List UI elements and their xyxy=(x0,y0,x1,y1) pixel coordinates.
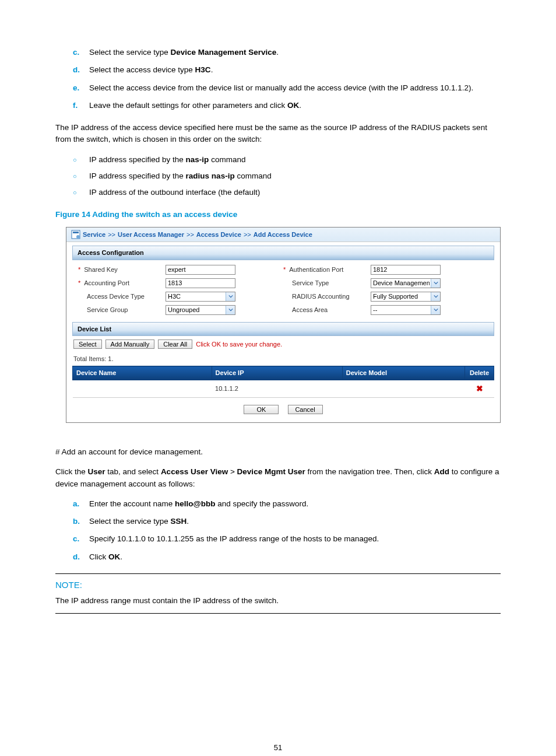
list-item: f. Leave the default settings for other … xyxy=(55,100,501,111)
chevron-down-icon[interactable] xyxy=(431,292,440,301)
list-text: Select the service type Device Managemen… xyxy=(89,47,501,58)
label-access-device-type: Access Device Type xyxy=(78,292,166,302)
cancel-button[interactable]: Cancel xyxy=(288,405,323,414)
access-config-section: Access Configuration Shared Key Accounti… xyxy=(72,246,494,321)
device-list-section: Device List Select Add Manually Clear Al… xyxy=(72,322,494,398)
breadcrumb-link[interactable]: Service xyxy=(83,230,105,240)
dialog-footer: OK Cancel xyxy=(66,398,500,423)
device-table: Device Name Device IP Device Model Delet… xyxy=(72,366,494,398)
unordered-list: ○ IP address specified by the nas-ip com… xyxy=(55,154,501,199)
embedded-screenshot: Service >> User Access Manager >> Access… xyxy=(66,227,501,424)
label-radius-accounting: RADIUS Accounting xyxy=(283,292,371,302)
radius-accounting-select[interactable] xyxy=(371,292,441,302)
list-text: IP address specified by the nas-ip comma… xyxy=(89,154,501,166)
add-manually-button[interactable]: Add Manually xyxy=(105,340,155,349)
figure-caption: Figure 14 Adding the switch as an access… xyxy=(55,209,501,220)
list-text: Leave the default settings for other par… xyxy=(89,100,501,111)
breadcrumb-sep: >> xyxy=(108,230,115,240)
page-icon xyxy=(71,230,80,239)
config-grid: Shared Key Accounting Port Access Device… xyxy=(72,260,494,321)
list-marker: b. xyxy=(73,516,89,527)
label-access-area: Access Area xyxy=(283,305,371,315)
page-number: 51 xyxy=(55,742,501,754)
clear-all-button[interactable]: Clear All xyxy=(158,340,192,349)
list-marker: d. xyxy=(73,551,89,563)
list-item: c. Specify 10.1.1.0 to 10.1.1.255 as the… xyxy=(55,533,501,545)
note-body: The IP address range must contain the IP… xyxy=(55,595,501,607)
breadcrumb: Service >> User Access Manager >> Access… xyxy=(66,228,500,243)
ordered-list-1: c. Select the service type Device Manage… xyxy=(55,47,501,111)
th-device-ip: Device IP xyxy=(212,366,342,380)
list-item: b. Select the service type SSH. xyxy=(55,516,501,527)
select-button[interactable]: Select xyxy=(73,340,102,349)
list-marker: c. xyxy=(73,47,89,58)
access-area-select[interactable] xyxy=(371,305,441,315)
list-text: IP address of the outbound interface (th… xyxy=(89,187,501,198)
chevron-down-icon[interactable] xyxy=(431,306,440,314)
breadcrumb-link[interactable]: User Access Manager xyxy=(118,230,184,240)
breadcrumb-link[interactable]: Access Device xyxy=(196,230,241,240)
ordered-list-2: a. Enter the account name hello@bbb and … xyxy=(55,498,501,563)
label-auth-port: Authentication Port xyxy=(283,265,371,275)
access-device-type-select[interactable] xyxy=(166,292,235,302)
hint-text: Click OK to save your change. xyxy=(196,340,282,349)
list-item: ○ IP address specified by the radius nas… xyxy=(55,170,501,182)
list-marker: e. xyxy=(73,82,89,94)
label-service-group: Service Group xyxy=(78,305,166,315)
note-heading: NOTE: xyxy=(55,579,501,592)
service-group-select[interactable] xyxy=(166,305,235,315)
list-item: ○ IP address of the outbound interface (… xyxy=(55,187,501,198)
list-marker: f. xyxy=(73,100,89,111)
th-delete: Delete xyxy=(465,366,494,380)
list-marker: a. xyxy=(73,498,89,510)
note-block: NOTE: The IP address range must contain … xyxy=(55,573,501,614)
breadcrumb-sep: >> xyxy=(186,230,194,240)
list-text: Select the service type SSH. xyxy=(89,516,501,527)
bullet-icon: ○ xyxy=(73,187,89,198)
list-item: a. Enter the account name hello@bbb and … xyxy=(55,498,501,510)
label-shared-key: Shared Key xyxy=(78,265,166,275)
delete-icon[interactable]: ✖ xyxy=(465,380,494,397)
list-text: Select the access device type H3C. xyxy=(89,64,501,76)
chevron-down-icon[interactable] xyxy=(431,279,440,288)
total-items: Total Items: 1. xyxy=(72,352,494,366)
list-marker: c. xyxy=(73,533,89,545)
th-device-name: Device Name xyxy=(73,366,212,380)
section-header: Access Configuration xyxy=(72,246,494,260)
chevron-down-icon[interactable] xyxy=(226,292,235,301)
chevron-down-icon[interactable] xyxy=(226,306,235,314)
auth-port-input[interactable] xyxy=(371,265,441,275)
td-device-ip: 10.1.1.2 xyxy=(212,380,342,397)
list-text: IP address specified by the radius nas-i… xyxy=(89,170,501,182)
button-bar: Select Add Manually Clear All Click OK t… xyxy=(72,336,494,352)
list-marker: d. xyxy=(73,64,89,76)
list-text: Enter the account name hello@bbb and spe… xyxy=(89,498,501,510)
section-header: Device List xyxy=(72,322,494,337)
list-item: d. Select the access device type H3C. xyxy=(55,64,501,76)
bullet-icon: ○ xyxy=(73,170,89,182)
paragraph: The IP address of the access device spec… xyxy=(55,122,501,146)
bullet-icon: ○ xyxy=(73,154,89,166)
th-device-model: Device Model xyxy=(342,366,464,380)
paragraph: Click the User tab, and select Access Us… xyxy=(55,466,501,490)
ok-button[interactable]: OK xyxy=(244,405,279,414)
paragraph: # Add an account for device management. xyxy=(55,446,501,458)
breadcrumb-sep: >> xyxy=(244,230,251,240)
list-text: Specify 10.1.1.0 to 10.1.1.255 as the IP… xyxy=(89,533,501,545)
td-device-model xyxy=(342,380,464,397)
accounting-port-input[interactable] xyxy=(166,278,235,288)
breadcrumb-current: Add Access Device xyxy=(254,230,312,240)
table-row: 10.1.1.2 ✖ xyxy=(73,380,494,397)
svg-rect-1 xyxy=(73,232,79,233)
list-item: c. Select the service type Device Manage… xyxy=(55,47,501,58)
list-item: d. Click OK. xyxy=(55,551,501,563)
shared-key-input[interactable] xyxy=(166,265,235,275)
list-item: e. Select the access device from the dev… xyxy=(55,82,501,94)
svg-point-2 xyxy=(76,235,80,239)
service-type-select[interactable] xyxy=(371,278,441,288)
list-text: Click OK. xyxy=(89,551,501,563)
list-item: ○ IP address specified by the nas-ip com… xyxy=(55,154,501,166)
label-accounting-port: Accounting Port xyxy=(78,278,166,288)
list-text: Select the access device from the device… xyxy=(89,82,501,94)
td-device-name xyxy=(73,380,212,397)
